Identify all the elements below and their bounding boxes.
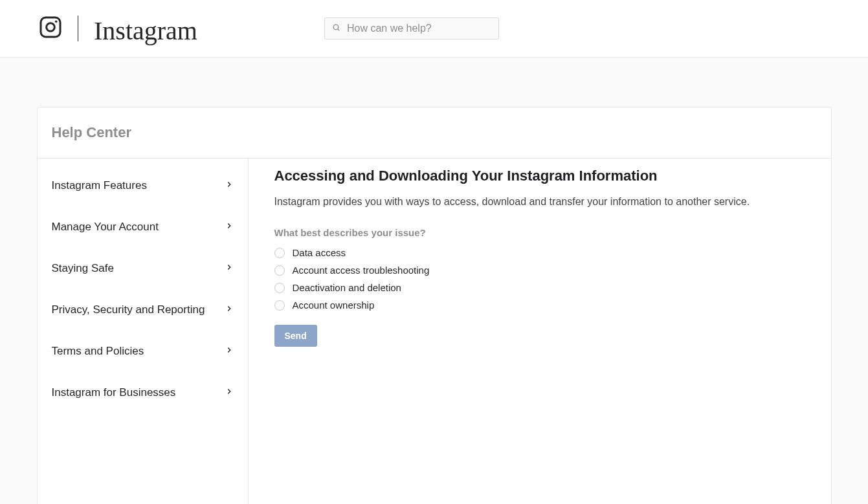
radio-label: Data access [293, 247, 346, 258]
sidebar-item-label: Privacy, Security and Reporting [52, 303, 205, 316]
chevron-right-icon [225, 221, 234, 234]
help-center-body: Instagram Features Manage Your Account S… [38, 159, 831, 504]
sidebar-item-label: Instagram for Businesses [52, 386, 176, 399]
chevron-right-icon [225, 262, 234, 275]
radio-icon [274, 283, 285, 293]
instagram-logo-link[interactable] [39, 16, 78, 41]
form-question: What best describes your issue? [274, 227, 805, 238]
top-header: Instagram [0, 0, 868, 58]
radio-option-deactivation[interactable]: Deactivation and deletion [274, 282, 805, 293]
chevron-right-icon [225, 345, 234, 358]
svg-point-1 [47, 23, 55, 32]
sidebar-item-label: Manage Your Account [52, 221, 159, 234]
logo-area: Instagram [39, 16, 197, 41]
help-center-container: Help Center Instagram Features Manage Yo… [37, 107, 832, 504]
sidebar-item-terms-policies[interactable]: Terms and Policies [38, 331, 248, 372]
instagram-wordmark[interactable]: Instagram [78, 18, 197, 44]
radio-option-ownership[interactable]: Account ownership [274, 300, 805, 311]
article-content: Accessing and Downloading Your Instagram… [249, 159, 831, 504]
search-input[interactable] [324, 17, 499, 39]
article-lead: Instagram provides you with ways to acce… [274, 196, 805, 208]
radio-label: Account ownership [293, 300, 375, 311]
radio-icon [274, 265, 285, 276]
sidebar-item-label: Instagram Features [52, 179, 147, 192]
radio-option-account-access[interactable]: Account access troubleshooting [274, 265, 805, 276]
radio-label: Account access troubleshooting [293, 265, 430, 276]
article-title: Accessing and Downloading Your Instagram… [274, 168, 805, 184]
chevron-right-icon [225, 386, 234, 399]
sidebar-item-features[interactable]: Instagram Features [38, 165, 248, 206]
sidebar-item-label: Terms and Policies [52, 345, 144, 358]
sidebar-item-label: Staying Safe [52, 262, 114, 275]
sidebar: Instagram Features Manage Your Account S… [38, 159, 249, 504]
svg-rect-0 [41, 17, 60, 37]
help-center-title: Help Center [52, 124, 817, 141]
svg-point-2 [55, 21, 58, 23]
send-button[interactable]: Send [274, 325, 317, 347]
chevron-right-icon [225, 179, 234, 192]
radio-icon [274, 300, 285, 311]
radio-icon [274, 248, 285, 258]
sidebar-item-privacy-security[interactable]: Privacy, Security and Reporting [38, 289, 248, 331]
help-center-header: Help Center [38, 107, 831, 159]
sidebar-item-businesses[interactable]: Instagram for Businesses [38, 372, 248, 413]
search-wrap [324, 17, 499, 39]
radio-label: Deactivation and deletion [293, 282, 401, 293]
chevron-right-icon [225, 303, 234, 316]
instagram-icon [39, 16, 62, 41]
sidebar-item-manage-account[interactable]: Manage Your Account [38, 206, 248, 248]
sidebar-item-staying-safe[interactable]: Staying Safe [38, 248, 248, 289]
radio-option-data-access[interactable]: Data access [274, 247, 805, 258]
